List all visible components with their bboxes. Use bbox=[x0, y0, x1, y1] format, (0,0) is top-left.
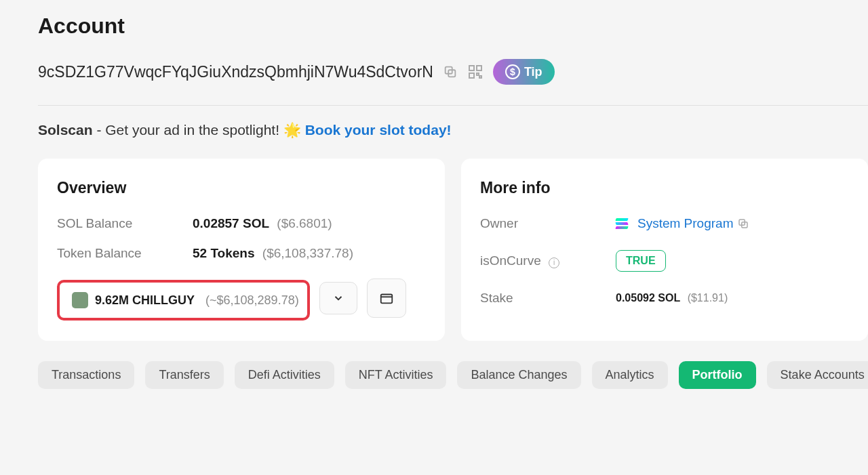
wallet-icon bbox=[379, 291, 394, 306]
tabs-row: TransactionsTransfersDefi ActivitiesNFT … bbox=[38, 361, 868, 389]
qr-icon[interactable] bbox=[467, 64, 484, 80]
owner-link[interactable]: System Program bbox=[637, 216, 733, 231]
overview-title: Overview bbox=[57, 179, 426, 197]
owner-row: Owner System Program bbox=[480, 216, 849, 231]
tip-button[interactable]: $ Tip bbox=[493, 59, 555, 85]
sol-balance-value: 0.02857 SOL bbox=[193, 216, 269, 230]
selected-token-amount: 9.62M CHILLGUY bbox=[95, 293, 195, 308]
sol-balance-label: SOL Balance bbox=[57, 216, 193, 231]
ad-link[interactable]: Book your slot today! bbox=[305, 122, 452, 138]
solana-icon bbox=[616, 218, 628, 229]
svg-rect-4 bbox=[469, 73, 474, 78]
highlight-box: 9.62M CHILLGUY (~$6,108,289.78) bbox=[57, 280, 310, 321]
address-row: 9cSDZ1G77VwqcFYqJGiuXndzsQbmhjiN7Wu4SdCt… bbox=[38, 59, 868, 85]
tab-transactions[interactable]: Transactions bbox=[38, 361, 134, 389]
isoncurve-label: isOnCurve i bbox=[480, 253, 616, 268]
selected-token-usd: (~$6,108,289.78) bbox=[205, 293, 299, 308]
overview-card: Overview SOL Balance 0.02857 SOL ($6.680… bbox=[38, 159, 445, 341]
tab-portfolio[interactable]: Portfolio bbox=[679, 361, 756, 389]
tab-defi-activities[interactable]: Defi Activities bbox=[235, 361, 334, 389]
ad-banner: Solscan - Get your ad in the spotlight! … bbox=[38, 122, 868, 138]
page-title: Account bbox=[38, 14, 868, 39]
divider bbox=[38, 105, 868, 106]
account-address: 9cSDZ1G77VwqcFYqJGiuXndzsQbmhjiN7Wu4SdCt… bbox=[38, 63, 433, 81]
tab-stake-accounts[interactable]: Stake Accounts bbox=[767, 361, 868, 389]
svg-rect-2 bbox=[469, 66, 474, 70]
tab-transfers[interactable]: Transfers bbox=[145, 361, 223, 389]
copy-icon[interactable] bbox=[737, 218, 749, 230]
token-balance-usd: ($6,108,337.78) bbox=[262, 246, 353, 260]
copy-icon[interactable] bbox=[443, 64, 458, 79]
moreinfo-title: More info bbox=[480, 179, 849, 197]
stake-usd: ($11.91) bbox=[688, 292, 728, 304]
tip-label: Tip bbox=[524, 65, 542, 79]
tab-balance-changes[interactable]: Balance Changes bbox=[457, 361, 580, 389]
owner-label: Owner bbox=[480, 216, 616, 231]
token-select-row: 9.62M CHILLGUY (~$6,108,289.78) bbox=[57, 276, 426, 321]
info-icon[interactable]: i bbox=[549, 257, 559, 268]
wallet-button[interactable] bbox=[367, 278, 406, 318]
tab-analytics[interactable]: Analytics bbox=[592, 361, 668, 389]
svg-rect-3 bbox=[477, 66, 481, 70]
sol-balance-row: SOL Balance 0.02857 SOL ($6.6801) bbox=[57, 216, 426, 231]
stake-label: Stake bbox=[480, 291, 616, 306]
isoncurve-row: isOnCurve i TRUE bbox=[480, 250, 849, 272]
stake-value: 0.05092 SOL bbox=[616, 292, 680, 304]
true-badge: TRUE bbox=[616, 250, 666, 272]
sol-balance-usd: ($6.6801) bbox=[277, 216, 332, 230]
dollar-icon: $ bbox=[505, 64, 520, 79]
stake-row: Stake 0.05092 SOL ($11.91) bbox=[480, 291, 849, 306]
moreinfo-card: More info Owner System Program isOnCurve… bbox=[461, 159, 868, 341]
token-balance-label: Token Balance bbox=[57, 246, 193, 261]
token-dropdown[interactable]: 9.62M CHILLGUY (~$6,108,289.78) bbox=[66, 285, 304, 315]
ad-brand: Solscan bbox=[38, 122, 93, 138]
token-icon bbox=[72, 292, 88, 308]
svg-rect-5 bbox=[380, 295, 392, 304]
cards-row: Overview SOL Balance 0.02857 SOL ($6.680… bbox=[38, 159, 868, 341]
token-dropdown-chevron[interactable] bbox=[319, 282, 357, 314]
ad-text: - Get your ad in the spotlight! 🌟 bbox=[93, 122, 305, 138]
chevron-down-icon bbox=[332, 292, 344, 304]
token-balance-row: Token Balance 52 Tokens ($6,108,337.78) bbox=[57, 246, 426, 261]
token-balance-value: 52 Tokens bbox=[193, 246, 255, 260]
tab-nft-activities[interactable]: NFT Activities bbox=[345, 361, 447, 389]
